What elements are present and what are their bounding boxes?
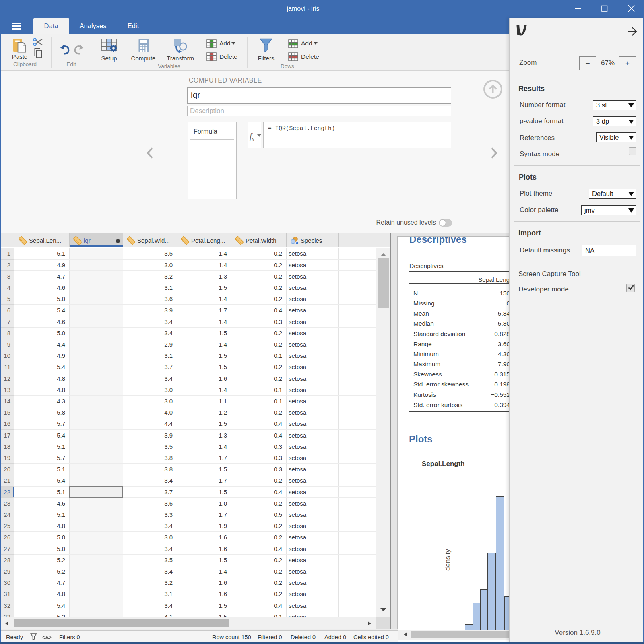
svg-text:a: a — [296, 240, 299, 245]
